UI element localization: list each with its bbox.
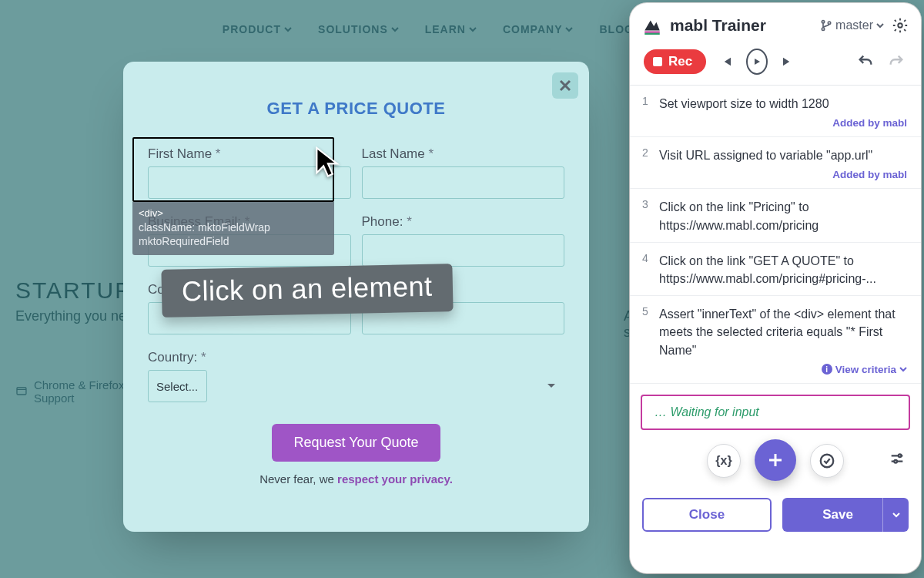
options-button[interactable] (889, 450, 906, 467)
panel-footer: Close Save (630, 490, 921, 544)
step-number: 1 (642, 95, 648, 107)
country-select[interactable]: Select... (148, 370, 207, 402)
settings-icon[interactable] (892, 17, 909, 34)
step-meta: Added by mabl (642, 117, 907, 129)
plus-icon (766, 451, 785, 469)
first-name-input[interactable] (148, 166, 351, 199)
svg-point-9 (894, 460, 897, 463)
country-label: Country: * (148, 350, 564, 365)
close-button[interactable]: Close (642, 498, 772, 532)
redo-icon (888, 53, 905, 70)
step-list: 1 Set viewport size to width 1280 Added … (630, 85, 921, 384)
view-criteria-link[interactable]: i View criteria (642, 364, 907, 375)
variable-button[interactable]: {x} (707, 444, 741, 478)
waiting-for-input: … Waiting for input (641, 395, 910, 430)
caret-down-icon (876, 22, 884, 29)
play-icon (752, 57, 762, 66)
first-name-label: First Name * (148, 146, 351, 162)
undo-icon (857, 53, 874, 70)
last-name-input[interactable] (362, 166, 565, 199)
step-item[interactable]: 4 Click on the link "GET A QUOTE" to htt… (630, 243, 921, 296)
save-dropdown-button[interactable] (882, 498, 909, 532)
phone-label: Phone: * (362, 214, 565, 230)
step-item[interactable]: 1 Set viewport size to width 1280 Added … (630, 86, 921, 137)
skip-back-icon (719, 55, 733, 69)
step-item[interactable]: 3 Click on the link "Pricing" to https:/… (630, 189, 921, 242)
step-text: Set viewport size to width 1280 (659, 95, 907, 113)
info-icon: i (822, 364, 832, 375)
assert-button[interactable] (810, 444, 844, 478)
playback-controls: Rec (630, 43, 921, 85)
step-text: Click on the link "GET A QUOTE" to https… (659, 252, 907, 287)
undo-button[interactable] (855, 51, 876, 72)
mabl-trainer-panel: mabl Trainer master Rec 1 Set viewport s… (630, 3, 921, 573)
action-fab-row: {x} (630, 430, 921, 490)
instruction-banner: Click on an element (161, 264, 453, 318)
privacy-link[interactable]: respect your privacy. (337, 472, 453, 486)
request-quote-button[interactable]: Request Your Quote (272, 424, 440, 462)
svg-point-3 (822, 21, 824, 23)
step-number: 4 (642, 252, 648, 264)
tooltip-line: mktoRequiredField (139, 234, 328, 249)
save-button[interactable]: Save (782, 498, 909, 532)
git-branch-icon (820, 19, 832, 32)
play-button[interactable] (746, 51, 768, 72)
step-text: Visit URL assigned to variable "app.url" (659, 146, 907, 164)
caret-down-icon (892, 511, 900, 519)
close-icon (559, 79, 571, 92)
skip-forward-button[interactable] (777, 51, 798, 72)
close-button[interactable] (552, 72, 578, 99)
tooltip-line: className: mktoFieldWrap (139, 220, 328, 235)
svg-point-4 (822, 28, 824, 30)
caret-down-icon (899, 365, 907, 373)
redo-button[interactable] (886, 51, 907, 72)
add-step-button[interactable] (755, 439, 796, 481)
step-number: 3 (642, 198, 648, 210)
panel-title: mabl Trainer (670, 16, 812, 35)
mabl-logo-icon (642, 15, 662, 35)
step-text: Assert "innerText" of the <div> element … (659, 305, 907, 359)
record-button[interactable]: Rec (644, 49, 706, 74)
stop-icon (653, 57, 662, 66)
step-text: Click on the link "Pricing" to https://w… (659, 198, 907, 234)
step-number: 5 (642, 305, 648, 318)
svg-point-5 (828, 22, 830, 24)
element-inspector-tooltip: <div> className: mktoFieldWrap mktoRequi… (132, 202, 334, 255)
privacy-text: Never fear, we respect your privacy. (143, 472, 569, 486)
step-item[interactable]: 5 Assert "innerText" of the <div> elemen… (630, 296, 921, 384)
sliders-icon (889, 450, 906, 467)
svg-point-8 (899, 454, 902, 457)
check-circle-icon (819, 452, 835, 469)
phone-input[interactable] (362, 234, 565, 267)
skip-forward-icon (781, 55, 795, 69)
skip-back-button[interactable] (715, 51, 737, 72)
last-name-label: Last Name * (362, 146, 565, 162)
branch-selector[interactable]: master (820, 18, 884, 32)
step-meta: Added by mabl (642, 169, 907, 180)
step-number: 2 (642, 146, 648, 159)
modal-title: GET A PRICE QUOTE (143, 99, 569, 119)
svg-point-6 (898, 23, 902, 28)
step-item[interactable]: 2 Visit URL assigned to variable "app.ur… (630, 137, 921, 189)
tooltip-tag: <div> (139, 207, 328, 220)
